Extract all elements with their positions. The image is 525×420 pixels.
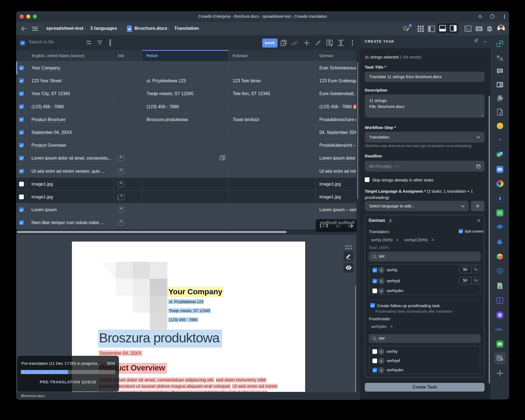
svg-text:文: 文 — [500, 152, 503, 155]
svg-text:W: W — [128, 28, 131, 31]
svg-text:XLIFF: XLIFF — [498, 284, 502, 286]
svg-text:G: G — [498, 153, 500, 157]
